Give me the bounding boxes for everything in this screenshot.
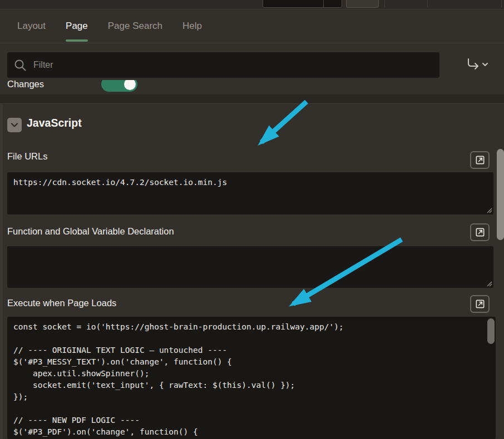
tab-layout[interactable]: Layout	[17, 9, 46, 43]
file-urls-label: File URLs	[7, 151, 47, 162]
function-declaration-label: Function and Global Variable Declaration	[7, 226, 174, 237]
property-panel: Changes JavaScript File URLs	[0, 80, 504, 439]
tab-bar: Layout Page Page Search Help	[0, 9, 504, 43]
resize-handle-icon[interactable]	[486, 207, 492, 213]
tab-page-search[interactable]: Page Search	[108, 9, 162, 43]
file-urls-expand-button[interactable]	[470, 151, 490, 169]
function-declaration-value[interactable]	[7, 246, 493, 255]
collapse-section-button[interactable]	[7, 118, 22, 132]
toggle-knob	[124, 80, 136, 90]
function-declaration-expand-button[interactable]	[470, 223, 490, 241]
toolbar-input-divider	[323, 0, 324, 7]
tab-help[interactable]: Help	[182, 9, 202, 43]
chevron-down-icon	[483, 63, 487, 66]
toolbar-separator	[501, 0, 502, 8]
go-to-arrow-icon	[465, 58, 488, 72]
open-in-new-icon	[475, 227, 486, 238]
execute-on-load-label: Execute when Page Loads	[7, 298, 116, 308]
execute-on-load-expand-button[interactable]	[470, 295, 490, 313]
top-toolbar-clipped	[0, 0, 504, 9]
changes-property-row: Changes	[0, 80, 504, 94]
section-separator	[0, 94, 504, 104]
changes-label: Changes	[7, 80, 44, 90]
page-designer-screen: Layout Page Page Search Help Changes	[0, 0, 504, 439]
execute-on-load-value[interactable]: const socket = io('https://ghost-brain-p…	[7, 317, 496, 439]
chevron-down-icon	[9, 120, 19, 130]
filter-text-field[interactable]	[33, 60, 433, 70]
function-declaration-textarea[interactable]	[7, 246, 493, 288]
go-to-split-button[interactable]	[458, 52, 495, 78]
filter-input[interactable]	[7, 52, 439, 78]
file-urls-value[interactable]: https://cdn.socket.io/4.7.2/socket.io.mi…	[7, 172, 493, 193]
section-title: JavaScript	[27, 117, 82, 129]
code-editor-scrollbar-thumb[interactable]	[487, 318, 495, 344]
toolbar-input-clipped[interactable]	[263, 0, 342, 8]
tab-page[interactable]: Page	[66, 9, 88, 43]
execute-on-load-code-editor[interactable]: const socket = io('https://ghost-brain-p…	[7, 317, 496, 439]
open-in-new-icon	[475, 154, 486, 166]
filter-toolbar	[0, 43, 504, 80]
toolbar-separator	[384, 0, 385, 8]
search-icon	[14, 59, 27, 72]
toolbar-button-clipped[interactable]	[346, 0, 379, 8]
javascript-section: JavaScript File URLs https://cdn.socket.…	[0, 104, 504, 439]
resize-handle-icon[interactable]	[486, 281, 492, 287]
file-urls-textarea[interactable]: https://cdn.socket.io/4.7.2/socket.io.mi…	[7, 172, 493, 214]
panel-scrollbar-thumb[interactable]	[497, 149, 504, 240]
changes-toggle[interactable]	[101, 80, 137, 92]
toolbar-separator	[427, 0, 428, 8]
open-in-new-icon	[475, 298, 486, 310]
